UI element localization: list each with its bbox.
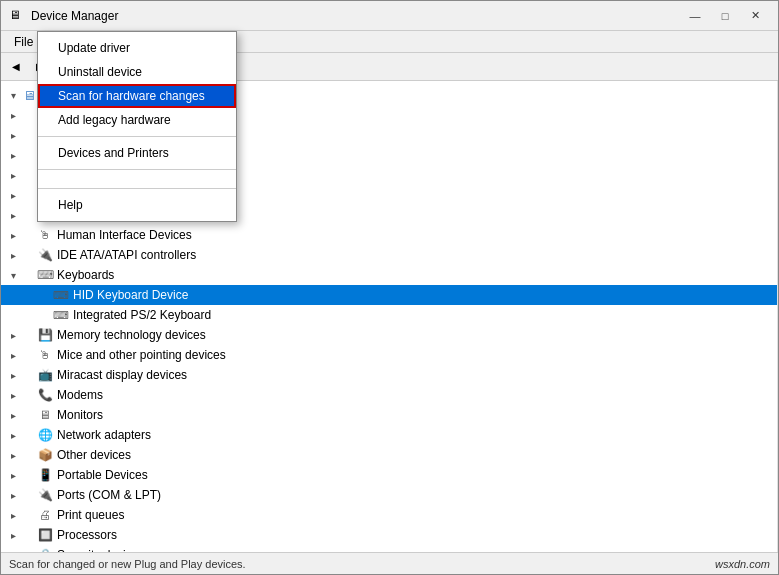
- keyboard-device-icon: ⌨: [53, 287, 69, 303]
- arrow-icon: ▸: [5, 150, 21, 161]
- tree-item-miracast[interactable]: ▸ 📺 Miracast display devices: [1, 365, 777, 385]
- tree-label-integrated-ps2: Integrated PS/2 Keyboard: [73, 308, 211, 322]
- tree-item-hid-keyboard[interactable]: ⌨ HID Keyboard Device: [1, 285, 777, 305]
- tree-label-miracast: Miracast display devices: [57, 368, 187, 382]
- tree-label-other-devices: Other devices: [57, 448, 131, 462]
- status-bar: Scan for changed or new Plug and Play de…: [1, 552, 778, 574]
- tree-item-integrated-ps2[interactable]: ⌨ Integrated PS/2 Keyboard: [1, 305, 777, 325]
- arrow-icon: ▸: [5, 490, 21, 501]
- arrow-icon: ▸: [5, 130, 21, 141]
- tree-item-processors[interactable]: ▸ 🔲 Processors: [1, 525, 777, 545]
- menu-help-item[interactable]: Help: [38, 193, 236, 217]
- action-dropdown-menu: Update driver Uninstall device Scan for …: [37, 31, 237, 222]
- arrow-icon: ▸: [5, 530, 21, 541]
- arrow-icon: ▸: [5, 330, 21, 341]
- tree-label-monitors: Monitors: [57, 408, 103, 422]
- arrow-icon: ▸: [5, 230, 21, 241]
- menu-add-legacy[interactable]: Add legacy hardware: [38, 108, 236, 132]
- status-text: Scan for changed or new Plug and Play de…: [9, 558, 246, 570]
- menu-devices-printers[interactable]: Devices and Printers: [38, 141, 236, 165]
- window-icon: 🖥: [9, 8, 25, 24]
- tree-label-processors: Processors: [57, 528, 117, 542]
- arrow-icon: ▸: [5, 350, 21, 361]
- arrow-icon: ▸: [5, 430, 21, 441]
- arrow-icon: ▸: [5, 450, 21, 461]
- arrow-icon: ▾: [5, 90, 21, 101]
- tree-item-print-queues[interactable]: ▸ 🖨 Print queues: [1, 505, 777, 525]
- arrow-icon: ▸: [5, 390, 21, 401]
- menu-uninstall-device[interactable]: Uninstall device: [38, 60, 236, 84]
- arrow-icon: [5, 290, 21, 301]
- title-bar-left: 🖥 Device Manager: [9, 8, 118, 24]
- keyboard-device-icon: ⌨: [53, 307, 69, 323]
- tree-label-ide-ata: IDE ATA/ATAPI controllers: [57, 248, 196, 262]
- arrow-icon: ▸: [5, 470, 21, 481]
- arrow-icon: ▸: [5, 210, 21, 221]
- tree-item-portable-devices[interactable]: ▸ 📱 Portable Devices: [1, 465, 777, 485]
- arrow-icon: [5, 310, 21, 321]
- menu-bar: File Action View Help Update driver Unin…: [1, 31, 778, 53]
- menu-properties[interactable]: [38, 174, 236, 184]
- mouse-icon: 🖱: [37, 347, 53, 363]
- menu-separator-1: [38, 136, 236, 137]
- arrow-icon: ▸: [5, 170, 21, 181]
- tree-item-ide-ata[interactable]: ▸ 🔌 IDE ATA/ATAPI controllers: [1, 245, 777, 265]
- other-icon: 📦: [37, 447, 53, 463]
- tree-item-network-adapters[interactable]: ▸ 🌐 Network adapters: [1, 425, 777, 445]
- tree-label-print-queues: Print queues: [57, 508, 124, 522]
- toolbar-back-button[interactable]: ◀: [5, 56, 27, 78]
- security-icon: 🔒: [37, 547, 53, 552]
- arrow-icon: ▸: [5, 110, 21, 121]
- print-icon: 🖨: [37, 507, 53, 523]
- tree-item-keyboards[interactable]: ▾ ⌨ Keyboards: [1, 265, 777, 285]
- memory-icon: 💾: [37, 327, 53, 343]
- tree-item-mice[interactable]: ▸ 🖱 Mice and other pointing devices: [1, 345, 777, 365]
- tree-item-monitors[interactable]: ▸ 🖥 Monitors: [1, 405, 777, 425]
- computer-icon: 🖥: [21, 87, 37, 103]
- tree-item-ports[interactable]: ▸ 🔌 Ports (COM & LPT): [1, 485, 777, 505]
- tree-label-human-interface: Human Interface Devices: [57, 228, 192, 242]
- network-icon: 🌐: [37, 427, 53, 443]
- tree-item-human-interface[interactable]: ▸ 🖱 Human Interface Devices: [1, 225, 777, 245]
- arrow-icon: ▸: [5, 370, 21, 381]
- title-controls: — □ ✕: [680, 6, 770, 26]
- tree-label-portable-devices: Portable Devices: [57, 468, 148, 482]
- tree-label-memory-tech: Memory technology devices: [57, 328, 206, 342]
- tree-label-hid-keyboard: HID Keyboard Device: [73, 288, 188, 302]
- device-manager-window: 🖥 Device Manager — □ ✕ File Action View …: [0, 0, 779, 575]
- menu-update-driver[interactable]: Update driver: [38, 36, 236, 60]
- menu-separator-3: [38, 188, 236, 189]
- keyboard-icon: ⌨: [37, 267, 53, 283]
- minimize-button[interactable]: —: [680, 6, 710, 26]
- maximize-button[interactable]: □: [710, 6, 740, 26]
- miracast-icon: 📺: [37, 367, 53, 383]
- tree-label-security-devices: Security devices: [57, 548, 144, 552]
- title-bar: 🖥 Device Manager — □ ✕: [1, 1, 778, 31]
- tree-label-network-adapters: Network adapters: [57, 428, 151, 442]
- tree-item-other-devices[interactable]: ▸ 📦 Other devices: [1, 445, 777, 465]
- tree-item-modems[interactable]: ▸ 📞 Modems: [1, 385, 777, 405]
- tree-label-ports: Ports (COM & LPT): [57, 488, 161, 502]
- tree-item-security-devices[interactable]: ▸ 🔒 Security devices: [1, 545, 777, 552]
- arrow-icon: ▸: [5, 250, 21, 261]
- menu-scan-hardware[interactable]: Scan for hardware changes: [38, 84, 236, 108]
- portable-icon: 📱: [37, 467, 53, 483]
- arrow-icon: ▾: [5, 270, 21, 281]
- ide-icon: 🔌: [37, 247, 53, 263]
- ports-icon: 🔌: [37, 487, 53, 503]
- tree-label-modems: Modems: [57, 388, 103, 402]
- arrow-icon: ▸: [5, 510, 21, 521]
- close-button[interactable]: ✕: [740, 6, 770, 26]
- tree-label-keyboards: Keyboards: [57, 268, 114, 282]
- tree-item-memory-tech[interactable]: ▸ 💾 Memory technology devices: [1, 325, 777, 345]
- processor-icon: 🔲: [37, 527, 53, 543]
- modem-icon: 📞: [37, 387, 53, 403]
- monitor-icon: 🖥: [37, 407, 53, 423]
- tree-label-mice: Mice and other pointing devices: [57, 348, 226, 362]
- hid-icon: 🖱: [37, 227, 53, 243]
- arrow-icon: ▸: [5, 410, 21, 421]
- arrow-icon: ▸: [5, 190, 21, 201]
- arrow-icon: ▸: [5, 550, 21, 553]
- menu-separator-2: [38, 169, 236, 170]
- status-right: wsxdn.com: [715, 558, 770, 570]
